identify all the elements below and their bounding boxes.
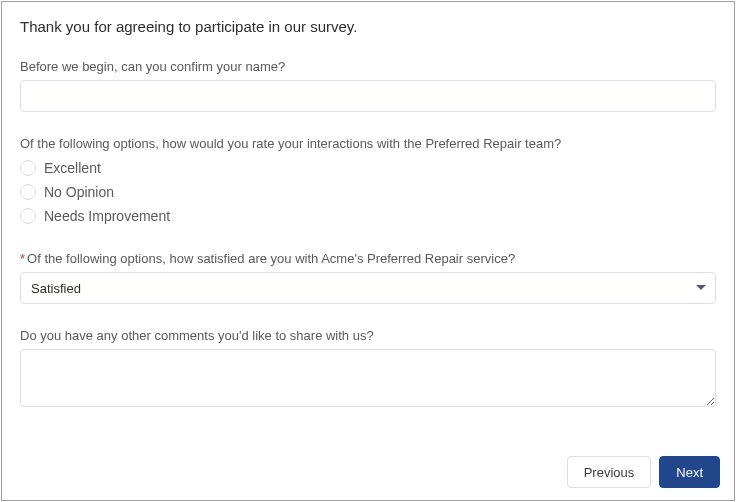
radio-row-excellent[interactable]: Excellent xyxy=(20,157,716,179)
survey-form: Thank you for agreeing to participate in… xyxy=(1,1,735,501)
satisfaction-field-label: *Of the following options, how satisfied… xyxy=(20,251,716,266)
name-input[interactable] xyxy=(20,80,716,112)
radio-icon xyxy=(20,184,36,200)
rating-field-block: Of the following options, how would you … xyxy=(20,136,716,227)
page-title: Thank you for agreeing to participate in… xyxy=(20,18,716,35)
satisfaction-select-value: Satisfied xyxy=(31,281,81,296)
comments-field-block: Do you have any other comments you'd lik… xyxy=(20,328,716,411)
footer-buttons: Previous Next xyxy=(567,456,720,488)
radio-label: Excellent xyxy=(44,160,101,176)
satisfaction-select-wrap: Satisfied xyxy=(20,272,716,304)
previous-button[interactable]: Previous xyxy=(567,456,652,488)
next-button[interactable]: Next xyxy=(659,456,720,488)
rating-radio-group: Excellent No Opinion Needs Improvement xyxy=(20,157,716,227)
radio-row-needs-improvement[interactable]: Needs Improvement xyxy=(20,205,716,227)
satisfaction-select[interactable]: Satisfied xyxy=(20,272,716,304)
radio-label: Needs Improvement xyxy=(44,208,170,224)
radio-icon xyxy=(20,160,36,176)
rating-field-label: Of the following options, how would you … xyxy=(20,136,716,151)
radio-icon xyxy=(20,208,36,224)
radio-row-no-opinion[interactable]: No Opinion xyxy=(20,181,716,203)
name-field-label: Before we begin, can you confirm your na… xyxy=(20,59,716,74)
satisfaction-label-text: Of the following options, how satisfied … xyxy=(27,251,515,266)
comments-textarea[interactable] xyxy=(20,349,716,407)
name-field-block: Before we begin, can you confirm your na… xyxy=(20,59,716,112)
radio-label: No Opinion xyxy=(44,184,114,200)
comments-field-label: Do you have any other comments you'd lik… xyxy=(20,328,716,343)
satisfaction-field-block: *Of the following options, how satisfied… xyxy=(20,251,716,304)
required-indicator: * xyxy=(20,251,25,266)
